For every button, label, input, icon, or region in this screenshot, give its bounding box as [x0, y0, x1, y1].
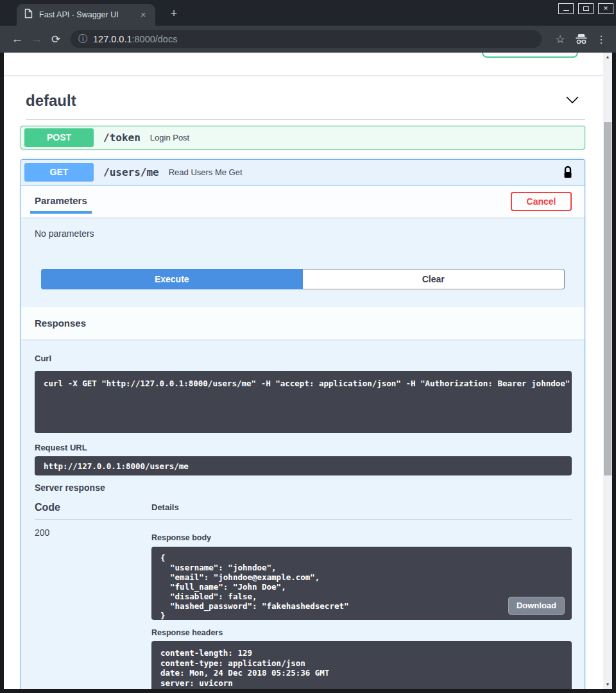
post-path: /token — [103, 132, 141, 144]
get-summary: Read Users Me Get — [169, 167, 243, 177]
maximize-icon — [583, 6, 589, 11]
get-method-badge: GET — [24, 163, 94, 182]
browser-menu-icon[interactable]: ⋮ — [593, 33, 610, 46]
responses-title: Responses — [35, 318, 86, 329]
default-section-header[interactable]: default — [26, 92, 585, 110]
url-bar[interactable]: ⓘ 127.0.0.1 :8000/docs — [71, 30, 542, 48]
post-summary: Login Post — [150, 133, 189, 142]
response-headers-block: content-length: 129 content-type: applic… — [151, 641, 572, 689]
tab-title: Fast API - Swagger UI — [39, 10, 137, 19]
close-window-button[interactable]: ✕ — [598, 3, 613, 14]
page-scrollbar[interactable]: ▲ ▼ — [603, 53, 612, 689]
url-host: 127.0.0.1 — [93, 34, 132, 44]
tab-close-icon[interactable]: ✕ — [137, 9, 149, 21]
auth-lock-icon[interactable] — [563, 166, 573, 180]
curl-label: Curl — [35, 354, 572, 364]
details-column-header: Details — [151, 501, 179, 513]
response-row-200: 200 Response body { "username": "johndoe… — [35, 527, 572, 689]
clear-button[interactable]: Clear — [303, 269, 565, 289]
execute-row: Execute Clear — [41, 269, 565, 289]
tab-parameters[interactable]: Parameters — [30, 185, 92, 214]
response-body-block: { "username": "johndoe", "email": "johnd… — [151, 547, 572, 620]
response-body-json: { "username": "johndoe", "email": "johnd… — [160, 553, 349, 620]
browser-toolbar: ← → ⟳ ⓘ 127.0.0.1 :8000/docs ☆ ⋮ — [0, 26, 616, 53]
forward-icon[interactable]: → — [27, 32, 46, 46]
response-details: Response body { "username": "johndoe", "… — [151, 527, 572, 689]
browser-tab[interactable]: Fast API - Swagger UI ✕ — [17, 4, 155, 26]
no-parameters-text: No parameters — [35, 228, 585, 239]
curl-command-block[interactable]: curl -X GET "http://127.0.0.1:8000/users… — [35, 371, 572, 433]
server-response-label: Server response — [35, 483, 572, 493]
section-divider — [4, 75, 603, 76]
scrollbar-thumb[interactable] — [604, 122, 612, 475]
scroll-down-icon[interactable]: ▼ — [603, 680, 612, 689]
swagger-page: default POST /token Login Post GET /user… — [4, 53, 603, 689]
tab-strip: Fast API - Swagger UI ✕ + ✕ — [0, 0, 616, 26]
window-controls: ✕ — [558, 3, 613, 14]
minimize-button[interactable] — [558, 3, 574, 14]
heading-divider — [26, 119, 585, 120]
info-icon[interactable]: ⓘ — [78, 33, 87, 45]
minimize-icon — [563, 10, 569, 11]
document-icon — [24, 8, 33, 21]
post-method-badge: POST — [24, 128, 94, 147]
authorize-button-partial[interactable] — [482, 53, 578, 58]
back-icon[interactable]: ← — [8, 32, 27, 46]
reload-icon[interactable]: ⟳ — [46, 33, 65, 46]
get-path: /users/me — [103, 166, 159, 178]
maximize-button[interactable] — [578, 3, 594, 14]
execute-button[interactable]: Execute — [41, 269, 303, 289]
chevron-down-icon[interactable] — [565, 93, 580, 108]
request-url-label: Request URL — [35, 443, 572, 453]
parameters-header: Parameters Cancel — [21, 185, 585, 218]
cancel-button[interactable]: Cancel — [511, 192, 572, 211]
responses-body: Curl curl -X GET "http://127.0.0.1:8000/… — [21, 339, 585, 689]
download-button[interactable]: Download — [508, 597, 565, 615]
scroll-up-icon[interactable]: ▲ — [603, 53, 612, 62]
url-path: :8000/docs — [132, 34, 177, 44]
request-url-block: http://127.0.0.1:8000/users/me — [35, 456, 572, 475]
section-title: default — [26, 92, 76, 110]
opblock-post-token[interactable]: POST /token Login Post — [21, 126, 585, 150]
get-summary-row[interactable]: GET /users/me Read Users Me Get — [21, 160, 585, 185]
responses-header: Responses — [21, 307, 585, 339]
status-code: 200 — [35, 527, 151, 689]
response-table-header: Code Details — [35, 501, 572, 520]
new-tab-button[interactable]: + — [166, 6, 182, 22]
code-column-header: Code — [35, 501, 151, 513]
bookmark-star-icon[interactable]: ☆ — [551, 33, 570, 46]
response-headers-label: Response headers — [151, 628, 572, 638]
browser-window: Fast API - Swagger UI ✕ + ✕ ← → ⟳ ⓘ 127.… — [0, 0, 616, 693]
parameters-body: No parameters Execute Clear — [21, 218, 585, 307]
opblock-get-users-me: GET /users/me Read Users Me Get Paramete… — [21, 159, 585, 689]
incognito-icon — [570, 33, 593, 46]
response-body-label: Response body — [151, 533, 572, 543]
